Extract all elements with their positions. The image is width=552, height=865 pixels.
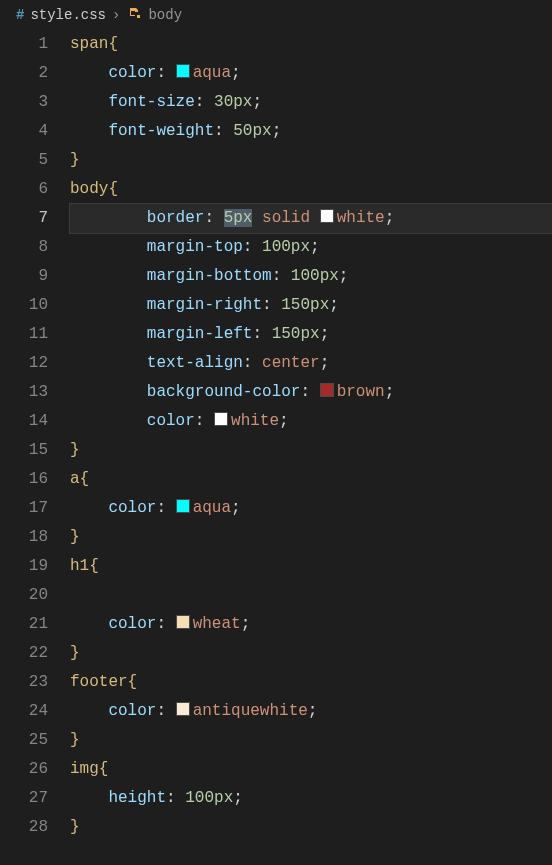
css-property: font-size: [108, 93, 194, 111]
line-number: 24: [0, 697, 48, 726]
symbol-icon: [126, 5, 142, 25]
code-line[interactable]: color: white;: [70, 407, 552, 436]
css-value-color: antiquewhite: [193, 702, 308, 720]
brace-open: {: [108, 180, 118, 198]
css-value-color: white: [231, 412, 279, 430]
line-number: 15: [0, 436, 48, 465]
line-number: 3: [0, 88, 48, 117]
brace-open: {: [89, 557, 99, 575]
css-property: font-weight: [108, 122, 214, 140]
css-property: color: [108, 64, 156, 82]
code-line[interactable]: color: wheat;: [70, 610, 552, 639]
css-value: solid: [262, 209, 310, 227]
code-line[interactable]: }: [70, 436, 552, 465]
code-line[interactable]: }: [70, 523, 552, 552]
color-swatch[interactable]: [176, 64, 190, 78]
breadcrumb-symbol[interactable]: body: [148, 7, 182, 23]
css-property: margin-left: [147, 325, 253, 343]
line-number: 23: [0, 668, 48, 697]
line-number: 17: [0, 494, 48, 523]
css-value-unit: px: [233, 209, 252, 227]
line-number: 6: [0, 175, 48, 204]
css-value-number: 100: [291, 267, 320, 285]
line-number: 22: [0, 639, 48, 668]
color-swatch[interactable]: [176, 702, 190, 716]
line-number: 27: [0, 784, 48, 813]
code-line[interactable]: font-size: 30px;: [70, 88, 552, 117]
editor[interactable]: 1234567891011121314151617181920212223242…: [0, 30, 552, 842]
color-swatch[interactable]: [176, 615, 190, 629]
breadcrumb[interactable]: # style.css › body: [0, 0, 552, 30]
code-line[interactable]: margin-bottom: 100px;: [70, 262, 552, 291]
line-number: 4: [0, 117, 48, 146]
brace-close: }: [70, 818, 80, 836]
code-line[interactable]: [70, 581, 552, 610]
brace-close: }: [70, 528, 80, 546]
code-line[interactable]: }: [70, 639, 552, 668]
line-number: 25: [0, 726, 48, 755]
css-value-number: 150: [281, 296, 310, 314]
code-line[interactable]: border: 5px solid white;: [70, 204, 552, 233]
css-property: border: [147, 209, 205, 227]
code-line[interactable]: background-color: brown;: [70, 378, 552, 407]
color-swatch[interactable]: [176, 499, 190, 513]
line-number: 14: [0, 407, 48, 436]
color-swatch[interactable]: [320, 383, 334, 397]
line-number: 26: [0, 755, 48, 784]
line-number: 12: [0, 349, 48, 378]
line-number: 11: [0, 320, 48, 349]
css-selector: a: [70, 470, 80, 488]
line-number: 10: [0, 291, 48, 320]
line-number: 19: [0, 552, 48, 581]
css-value-color: white: [337, 209, 385, 227]
code-line[interactable]: footer{: [70, 668, 552, 697]
code-line[interactable]: margin-left: 150px;: [70, 320, 552, 349]
code-line[interactable]: color: aqua;: [70, 59, 552, 88]
css-value-color: aqua: [193, 64, 231, 82]
code-line[interactable]: span{: [70, 30, 552, 59]
css-value-unit: px: [252, 122, 271, 140]
css-value-number: 100: [262, 238, 291, 256]
css-value: center: [262, 354, 320, 372]
css-property: color: [147, 412, 195, 430]
css-value-color: wheat: [193, 615, 241, 633]
code-line[interactable]: font-weight: 50px;: [70, 117, 552, 146]
brace-close: }: [70, 441, 80, 459]
code-line[interactable]: a{: [70, 465, 552, 494]
file-type-icon: #: [16, 7, 24, 23]
code-line[interactable]: h1{: [70, 552, 552, 581]
color-swatch[interactable]: [214, 412, 228, 426]
code-line[interactable]: img{: [70, 755, 552, 784]
code-line[interactable]: margin-top: 100px;: [70, 233, 552, 262]
css-property: height: [108, 789, 166, 807]
css-selector: img: [70, 760, 99, 778]
line-number: 9: [0, 262, 48, 291]
brace-close: }: [70, 644, 80, 662]
brace-open: {: [99, 760, 109, 778]
css-value-number: 50: [233, 122, 252, 140]
breadcrumb-file[interactable]: style.css: [30, 7, 106, 23]
brace-close: }: [70, 151, 80, 169]
line-number: 1: [0, 30, 48, 59]
css-value-unit: px: [214, 789, 233, 807]
css-selector: h1: [70, 557, 89, 575]
line-number: 16: [0, 465, 48, 494]
code-line[interactable]: body{: [70, 175, 552, 204]
css-value-unit: px: [233, 93, 252, 111]
line-number: 20: [0, 581, 48, 610]
brace-open: {: [80, 470, 90, 488]
css-property: background-color: [147, 383, 301, 401]
code-line[interactable]: }: [70, 813, 552, 842]
css-selector: footer: [70, 673, 128, 691]
code-line[interactable]: }: [70, 146, 552, 175]
code-line[interactable]: margin-right: 150px;: [70, 291, 552, 320]
code-line[interactable]: text-align: center;: [70, 349, 552, 378]
color-swatch[interactable]: [320, 209, 334, 223]
code-line[interactable]: }: [70, 726, 552, 755]
code-line[interactable]: color: aqua;: [70, 494, 552, 523]
brace-open: {: [128, 673, 138, 691]
css-value-number: 100: [185, 789, 214, 807]
code-area[interactable]: span{ color: aqua; font-size: 30px; font…: [70, 30, 552, 842]
code-line[interactable]: color: antiquewhite;: [70, 697, 552, 726]
code-line[interactable]: height: 100px;: [70, 784, 552, 813]
